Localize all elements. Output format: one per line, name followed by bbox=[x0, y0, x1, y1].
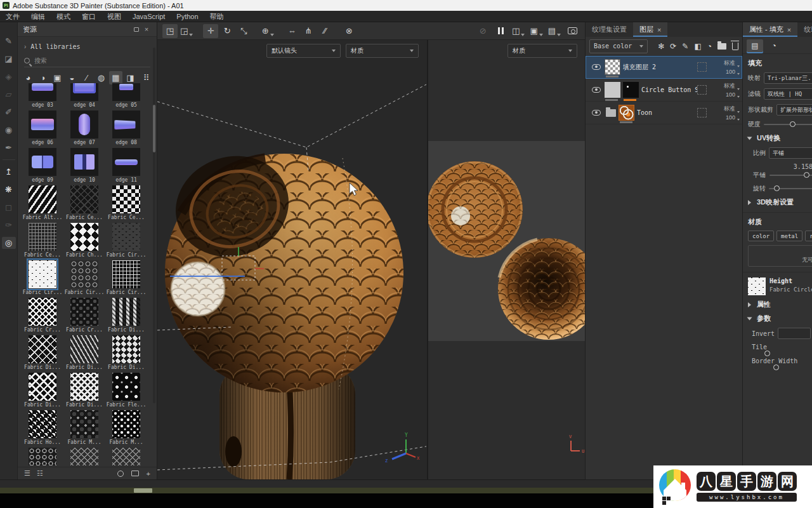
asset-item[interactable]: Fabric Di... bbox=[27, 335, 58, 370]
delete-layer-icon[interactable] bbox=[732, 43, 738, 50]
asset-item[interactable] bbox=[27, 448, 58, 465]
asset-item[interactable]: Fabric Di... bbox=[27, 373, 58, 408]
display-mode-icon[interactable]: ▤ bbox=[547, 24, 562, 38]
asset-item[interactable]: edge 09 bbox=[27, 148, 58, 183]
filter-alphas-icon[interactable]: ▣ bbox=[51, 71, 64, 84]
asset-thumbnail[interactable] bbox=[29, 110, 56, 138]
asset-item[interactable] bbox=[69, 448, 100, 465]
filter-environments-icon[interactable]: ◍ bbox=[95, 71, 108, 84]
polygon-fill-tool-icon[interactable]: ▱ bbox=[2, 88, 16, 100]
particles-tool-icon[interactable]: ❋ bbox=[2, 184, 16, 196]
expand-caret-icon[interactable] bbox=[748, 302, 751, 307]
asset-thumbnail[interactable] bbox=[112, 298, 140, 326]
tab-properties-fill[interactable]: 属性 - 填充 × bbox=[743, 22, 797, 37]
filter-strokes-icon[interactable]: ∕ bbox=[80, 71, 93, 84]
filter-brushes-icon[interactable]: ◑ bbox=[36, 71, 49, 84]
asset-item[interactable]: Fabric M... bbox=[69, 410, 100, 445]
asset-thumbnail[interactable] bbox=[112, 448, 140, 465]
asset-thumbnail[interactable] bbox=[70, 260, 98, 288]
asset-thumbnail[interactable] bbox=[112, 335, 140, 363]
layer-mask-placeholder[interactable] bbox=[697, 62, 707, 72]
asset-item[interactable]: Fabric Cir... bbox=[27, 260, 58, 295]
add-icon[interactable]: + bbox=[147, 470, 150, 478]
asset-item[interactable]: Fabric Fle... bbox=[110, 373, 142, 408]
asset-item[interactable]: Fabric Cir... bbox=[69, 260, 100, 295]
opacity-dropdown[interactable]: 100 bbox=[726, 69, 740, 75]
asset-item[interactable]: Fabric Di... bbox=[69, 335, 100, 370]
asset-thumbnail[interactable] bbox=[112, 373, 140, 401]
asset-item[interactable]: Fabric Di... bbox=[69, 373, 100, 408]
asset-item[interactable]: Fabric Ho... bbox=[27, 410, 58, 445]
asset-thumbnail[interactable] bbox=[70, 448, 98, 465]
asset-item[interactable]: Fabric Ce... bbox=[69, 185, 100, 220]
expand-caret-icon[interactable] bbox=[748, 200, 751, 205]
symmetry-icon[interactable]: ⋔ bbox=[301, 24, 316, 38]
asset-thumbnail[interactable] bbox=[29, 448, 56, 465]
tab-texture-set-settings[interactable]: 纹理集设置 bbox=[586, 22, 633, 37]
asset-item[interactable]: Fabric Di... bbox=[110, 335, 142, 370]
layer-mask-placeholder[interactable] bbox=[697, 108, 707, 117]
opacity-dropdown[interactable]: 100 bbox=[726, 91, 740, 98]
asset-thumbnail[interactable] bbox=[70, 223, 98, 251]
asset-thumbnail[interactable] bbox=[29, 83, 56, 101]
close-tab-icon[interactable]: × bbox=[657, 26, 661, 34]
eraser-tool-icon[interactable]: ◪ bbox=[2, 53, 16, 65]
perspective-icon[interactable]: ⊕ bbox=[260, 24, 275, 38]
properties-subtab-material-icon[interactable]: ◔ bbox=[766, 39, 782, 52]
clone-tool-icon[interactable]: ◉ bbox=[2, 124, 16, 136]
lazy-mouse-icon[interactable]: ⊗ bbox=[341, 24, 357, 38]
breadcrumb[interactable]: › All libraries bbox=[18, 39, 157, 53]
filtering-select[interactable]: 双线性 | HQ bbox=[764, 88, 812, 100]
asset-thumbnail[interactable] bbox=[29, 148, 56, 176]
mapping-select[interactable]: Tri-planar三... bbox=[764, 72, 812, 84]
asset-item[interactable]: Fabric Ce... bbox=[27, 223, 58, 258]
asset-item[interactable]: edge 07 bbox=[69, 110, 100, 145]
menu-item[interactable]: 窗口 bbox=[76, 11, 102, 22]
shape-crop-select[interactable]: 扩展外部形状 bbox=[776, 104, 812, 116]
projection-tool-icon[interactable]: ◈ bbox=[2, 70, 16, 83]
channel-dropdown[interactable]: Base color bbox=[589, 39, 648, 53]
grid-view-icon[interactable]: ⠿ bbox=[140, 71, 153, 84]
layer-row-fill-2[interactable]: 填充图层 2 标准 100 bbox=[586, 56, 742, 79]
asset-item[interactable]: Fabric Di... bbox=[110, 298, 142, 333]
assets-scrollbar[interactable] bbox=[153, 48, 155, 403]
viewport-3d[interactable]: 默认镜头 材质 bbox=[157, 40, 427, 479]
filter-patterns-icon[interactable]: ▦ bbox=[109, 71, 122, 84]
tab-layers[interactable]: 图层 × bbox=[633, 22, 667, 37]
menu-item[interactable]: 模式 bbox=[51, 11, 76, 22]
asset-thumbnail[interactable] bbox=[70, 335, 98, 363]
visibility-eye-icon[interactable] bbox=[592, 87, 601, 93]
menu-item[interactable]: JavaScript bbox=[127, 11, 171, 22]
filter-images-icon[interactable]: ◨ bbox=[124, 71, 137, 84]
asset-thumbnail[interactable] bbox=[112, 185, 140, 213]
move-tool-icon[interactable]: ✛ bbox=[203, 24, 218, 38]
layer-mask-placeholder[interactable] bbox=[697, 85, 707, 95]
compare-view-icon[interactable]: ◫ bbox=[511, 24, 526, 38]
properties-subtab-settings-icon[interactable]: ▤ bbox=[747, 39, 763, 52]
asset-thumbnail[interactable] bbox=[29, 410, 56, 438]
close-tab-icon[interactable]: × bbox=[787, 26, 791, 34]
invert-field[interactable] bbox=[778, 328, 811, 339]
asset-item[interactable]: edge 04 bbox=[69, 83, 100, 108]
rotation-slider[interactable] bbox=[769, 188, 812, 189]
search-input[interactable] bbox=[34, 57, 129, 64]
asset-thumbnail[interactable] bbox=[112, 148, 140, 176]
camera-dropdown[interactable]: 默认镜头 bbox=[266, 44, 341, 58]
add-effect-icon[interactable]: ✻ bbox=[658, 42, 664, 51]
layer-thumbnail[interactable] bbox=[619, 105, 634, 121]
asset-item[interactable]: Fabric Cir... bbox=[110, 223, 142, 258]
asset-thumbnail[interactable] bbox=[29, 185, 56, 213]
add-paint-layer-icon[interactable]: ✎ bbox=[682, 42, 688, 51]
asset-item[interactable]: Fabric Cir... bbox=[110, 260, 142, 295]
asset-thumbnail[interactable] bbox=[29, 335, 56, 363]
menu-item[interactable]: Python bbox=[171, 11, 204, 22]
blend-mode-dropdown[interactable]: 标准 bbox=[724, 59, 740, 67]
color-picker-icon[interactable]: ✑ bbox=[2, 219, 16, 231]
layer-mask-thumbnail[interactable] bbox=[623, 82, 639, 98]
close-icon[interactable]: × bbox=[141, 25, 152, 34]
visibility-eye-icon[interactable] bbox=[592, 110, 601, 116]
visibility-eye-icon[interactable] bbox=[592, 64, 601, 70]
asset-thumbnail[interactable] bbox=[29, 373, 56, 401]
tiling-slider[interactable] bbox=[769, 175, 812, 176]
geometry-view-icon[interactable]: ▣ bbox=[528, 24, 544, 38]
